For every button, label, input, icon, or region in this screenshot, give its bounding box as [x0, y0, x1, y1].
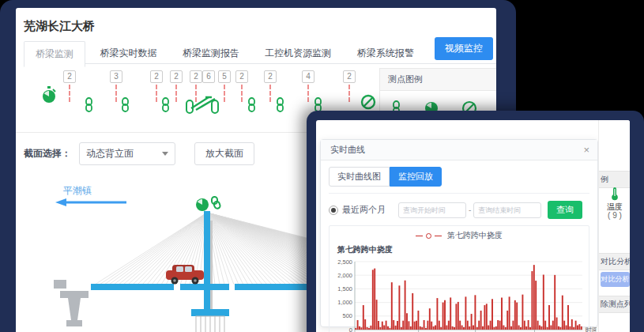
svg-text:时间: 时间: [586, 326, 597, 332]
query-button[interactable]: 查询: [548, 201, 582, 219]
range-separator: -: [469, 206, 471, 214]
sensor-marker-line: [307, 85, 309, 102]
tab-monitor-playback[interactable]: 监控回放: [390, 167, 442, 187]
bridge-deck: [91, 284, 174, 290]
svg-text:2,500: 2,500: [337, 258, 352, 266]
legend-line-icon: [416, 236, 423, 236]
popup-sidebar: 例 温度 ( 9 ) 对比分析 对比分析 除测点列表: [598, 120, 630, 332]
svg-text:500: 500: [342, 312, 352, 319]
tower-clock-icon: [196, 198, 209, 211]
svg-text:0: 0: [349, 326, 352, 332]
sensor-marker-line: [175, 85, 177, 102]
realtime-curve-dialog: 实时曲线 × 实时曲线图监控回放 最近两个月 - 查询: [320, 139, 598, 327]
tower-chain-icon: [212, 197, 220, 209]
direction-arrow-icon: [55, 198, 126, 206]
sensor-marker-line: [69, 85, 70, 102]
popup-page: 实时曲线 × 实时曲线图监控回放 最近两个月 - 查询: [316, 120, 630, 332]
dialog-title: 实时曲线: [330, 144, 365, 156]
sensor-count-badge: 2: [150, 70, 163, 83]
last-two-months-radio[interactable]: [329, 206, 338, 215]
section-select-label: 截面选择：: [24, 147, 71, 160]
sensor-count-badge: 4: [302, 70, 314, 83]
sidebar-compare-header: 对比分析: [599, 253, 630, 270]
tab-monitor-report[interactable]: 桥梁监测报告: [171, 41, 250, 66]
tab-bridge-monitor[interactable]: 桥梁监测: [24, 41, 85, 67]
deflection-chart: 05001,0001,5002,0002,5002018-09-30 16:01…: [331, 255, 597, 332]
temperature-count: ( 9 ): [599, 211, 630, 220]
chart-title: 第七跨跨中挠度: [337, 244, 587, 255]
legend-ring-icon: [426, 233, 431, 239]
section-select-value: 动态背立面: [86, 147, 134, 160]
sidebar-points-header: 除测点列表: [599, 296, 630, 313]
dialog-tab-bar: 实时曲线图监控回放: [329, 167, 589, 194]
svg-text:2,000: 2,000: [337, 272, 352, 279]
chevron-down-icon: [162, 152, 168, 156]
sensor-count-badge: 2: [343, 70, 356, 83]
tab-realtime-data[interactable]: 桥梁实时数据: [89, 41, 168, 66]
compare-analysis-button[interactable]: 对比分析: [601, 272, 630, 287]
sensor-count-badge: 2: [190, 70, 202, 83]
section-select-dropdown[interactable]: 动态背立面: [79, 142, 175, 165]
last-two-months-label: 最近两个月: [342, 204, 386, 216]
sensor-count-badge: 2: [235, 70, 248, 83]
sensor-marker-line: [348, 85, 350, 102]
tower-lower: [204, 290, 210, 309]
legend-label: 第七跨跨中挠度: [447, 230, 503, 241]
svg-text:1,000: 1,000: [337, 299, 352, 306]
chart-legend[interactable]: 第七跨跨中挠度: [331, 230, 587, 241]
page-title: 芜湖长江大桥: [16, 8, 496, 40]
town-label: 平潮镇: [63, 185, 92, 196]
sensor-count-badge: 6: [202, 70, 215, 83]
chain-link-icon: [120, 97, 130, 113]
sensor-marker-line: [269, 85, 271, 102]
close-icon[interactable]: ×: [583, 145, 589, 155]
query-row: 最近两个月 - 查询: [329, 201, 589, 219]
chart-panel: 第七跨跨中挠度 第七跨跨中挠度 05001,0001,5002,0002,500…: [329, 225, 589, 332]
stopwatch-icon: [41, 86, 57, 105]
enlarge-section-button[interactable]: 放大截面: [194, 142, 254, 165]
tab-realtime-curve[interactable]: 实时曲线图: [329, 167, 390, 187]
query-end-time-input[interactable]: [473, 202, 541, 218]
ban-icon: [360, 94, 376, 110]
tab-ipc-resource[interactable]: 工控机资源监测: [254, 41, 342, 66]
dialog-header: 实时曲线 ×: [321, 140, 597, 160]
bearing-gantry-icon: [185, 96, 221, 115]
point-legend-title: 测点图例: [380, 69, 496, 91]
sensor-count-badge: 5: [218, 70, 231, 83]
abutment-pier: [54, 280, 89, 326]
sensor-count-badge: 2: [63, 70, 76, 83]
sensor-marker-line: [224, 85, 225, 102]
chain-link-icon: [84, 97, 94, 113]
sidebar-legend-header: 例: [599, 171, 630, 188]
popup-window: 实时曲线 × 实时曲线图监控回放 最近两个月 - 查询: [307, 111, 644, 332]
tab-system-alarm[interactable]: 桥梁系统报警: [346, 41, 425, 66]
sensor-count-badge: 2: [170, 70, 183, 83]
sensor-count-badge: 2: [264, 70, 277, 83]
pile-cap: [191, 309, 229, 316]
query-start-time-input[interactable]: [398, 202, 466, 218]
sensor-marker-line: [115, 85, 117, 102]
piles: [196, 316, 224, 332]
chain-link-icon: [275, 97, 285, 113]
main-tab-bar: 桥梁监测 桥梁实时数据 桥梁监测报告 工控机资源监测 桥梁系统报警 视频监控: [24, 40, 496, 64]
sensor-marker-line: [241, 85, 243, 102]
svg-text:1,500: 1,500: [337, 285, 352, 292]
sensor-marker-line: [156, 85, 157, 102]
tower-mast: [210, 221, 213, 314]
chain-link-icon: [247, 97, 257, 113]
legend-line-icon: [435, 236, 442, 236]
video-monitor-button[interactable]: 视频监控: [435, 37, 493, 60]
chain-link-icon: [160, 97, 171, 113]
bridge-deck: [180, 284, 229, 290]
sensor-count-badge: 3: [110, 70, 122, 83]
